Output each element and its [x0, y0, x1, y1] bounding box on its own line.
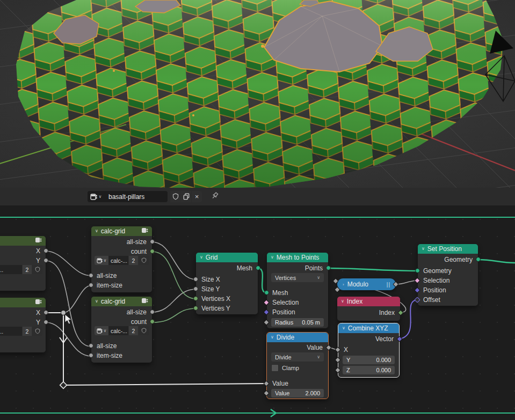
- output-socket-all-size[interactable]: [150, 239, 155, 244]
- users-count-button[interactable]: 2: [23, 327, 32, 336]
- output-socket-value[interactable]: [325, 344, 331, 350]
- output-socket-x[interactable]: [43, 310, 48, 315]
- node-index[interactable]: ∨ Index Index: [337, 297, 400, 321]
- input-socket-selection[interactable]: [414, 277, 420, 283]
- value-field[interactable]: Value2.000: [271, 389, 324, 397]
- unlink-button[interactable]: ×: [192, 191, 202, 202]
- 3d-viewport[interactable]: [0, 0, 515, 188]
- node-header[interactable]: ∨ Divide: [267, 333, 328, 342]
- fake-user-button[interactable]: [139, 256, 149, 265]
- input-socket-item-size[interactable]: [89, 353, 93, 358]
- node-mesh-to-points[interactable]: ∨ Mesh to Points Points Vertices ∨ Mesh …: [267, 253, 328, 328]
- input-socket-mesh[interactable]: [264, 290, 269, 295]
- node-divide[interactable]: ∨ Divide Value Divide ∨ Clamp Value Valu…: [267, 333, 328, 399]
- output-socket-x[interactable]: [43, 248, 48, 253]
- input-socket-z[interactable]: [335, 367, 340, 373]
- pin-button[interactable]: [211, 191, 219, 202]
- input-socket-position[interactable]: [263, 309, 269, 315]
- users-count-button[interactable]: 2: [129, 256, 138, 265]
- node-header[interactable]: ∨ Mesh to Points: [267, 253, 328, 262]
- group-name-field[interactable]: calc-...: [108, 326, 128, 335]
- fake-user-button[interactable]: [32, 327, 42, 336]
- node-combine-xyz[interactable]: ∨ Combine XYZ Vector X Y0.000 Z0.000: [338, 323, 399, 377]
- node-group-selector[interactable]: ∨: [95, 326, 108, 335]
- geometry-node-editor[interactable]: ∨ t-size X Y ∨ get-s... 2 netry ∨ t-size…: [0, 205, 515, 420]
- input-socket-size-y[interactable]: [193, 286, 198, 291]
- expand-icon[interactable]: ›: [343, 282, 344, 287]
- group-name-field[interactable]: get-s...: [0, 265, 22, 274]
- node-grid[interactable]: ∨ Grid Mesh Size X Size Y Vertices X Ver…: [196, 253, 258, 314]
- node-set-position[interactable]: ∨ Set Position Geometry Geometry Selecti…: [418, 244, 478, 306]
- socket-row: X: [338, 345, 399, 355]
- socket-row: count: [91, 247, 152, 256]
- input-socket-all-size[interactable]: [89, 273, 93, 278]
- node-get-size-1[interactable]: ∨ t-size X Y ∨ get-s... 2 netry: [0, 236, 46, 291]
- input-socket-size-x[interactable]: [193, 277, 198, 282]
- input-socket-vertices-y[interactable]: [193, 306, 198, 311]
- input-socket-x[interactable]: [335, 347, 340, 352]
- output-socket-y[interactable]: [43, 258, 48, 263]
- operation-dropdown[interactable]: Divide ∨: [271, 352, 324, 362]
- input-socket-radius[interactable]: [263, 319, 269, 325]
- node-get-size-2[interactable]: ∨ t-size X Y ∨ get-s... 2 netry: [0, 298, 46, 352]
- input-socket-value[interactable]: [263, 380, 269, 386]
- z-value-field[interactable]: Z0.000: [343, 366, 395, 374]
- socket-row: count: [91, 317, 152, 327]
- reroute-diamond[interactable]: [60, 382, 67, 389]
- y-value-field[interactable]: Y0.000: [343, 356, 395, 364]
- output-socket-points[interactable]: [326, 266, 331, 270]
- output-socket-all-size[interactable]: [150, 310, 155, 314]
- output-socket-vector[interactable]: [396, 336, 402, 342]
- collapse-icon[interactable]: ∨: [95, 226, 98, 236]
- group-name-field[interactable]: calc-...: [108, 256, 128, 265]
- output-socket-count[interactable]: [150, 319, 155, 324]
- node-header[interactable]: ∨ Combine XYZ: [338, 323, 399, 333]
- fake-user-button[interactable]: [139, 326, 149, 335]
- node-header[interactable]: ∨ calc-grid: [91, 297, 152, 306]
- collapse-icon[interactable]: ∨: [271, 253, 274, 262]
- fake-user-button[interactable]: [32, 265, 42, 274]
- node-calc-grid-1[interactable]: ∨ calc-grid all-size count ∨ calc-... 2 …: [91, 226, 152, 292]
- output-socket-geometry[interactable]: [476, 257, 481, 262]
- node-header[interactable]: ∨ t-size: [0, 236, 46, 246]
- collapse-icon[interactable]: ∨: [422, 244, 425, 254]
- users-count-button[interactable]: 2: [129, 326, 138, 335]
- input-socket-value-2[interactable]: [263, 390, 269, 396]
- output-socket-mesh[interactable]: [256, 266, 260, 270]
- node-header[interactable]: ∨ Index: [337, 297, 400, 306]
- node-group-selector[interactable]: ∨: [95, 256, 108, 265]
- input-socket-offset[interactable]: [414, 297, 420, 303]
- input-socket-selection[interactable]: [263, 299, 269, 305]
- node-tree-name-field[interactable]: basalt-pillars: [104, 191, 168, 202]
- input-socket-item-size[interactable]: [89, 283, 93, 288]
- collapse-icon[interactable]: ∨: [95, 297, 98, 306]
- node-header[interactable]: ∨ Set Position: [418, 244, 478, 254]
- collapse-icon[interactable]: ∨: [200, 253, 203, 262]
- output-socket-y[interactable]: [43, 320, 48, 325]
- node-modulo[interactable]: › Modulo ||: [337, 278, 396, 290]
- collapse-icon[interactable]: ∨: [342, 323, 345, 333]
- input-socket-vertices-x[interactable]: [193, 296, 198, 301]
- new-copy-button[interactable]: [181, 191, 191, 202]
- mode-dropdown[interactable]: Vertices ∨: [271, 273, 324, 282]
- input-socket-position[interactable]: [414, 287, 420, 293]
- node-calc-grid-2[interactable]: ∨ calc-grid all-size count ∨ calc-... 2 …: [91, 297, 152, 363]
- radius-field[interactable]: Radius 0.05 m: [271, 318, 324, 327]
- collapse-icon[interactable]: ∨: [271, 333, 274, 342]
- fake-user-button[interactable]: [170, 191, 180, 202]
- output-socket-count[interactable]: [150, 249, 155, 254]
- input-socket-all-size[interactable]: [89, 343, 93, 348]
- node-tree-type-button[interactable]: ∨: [88, 191, 104, 202]
- socket-row: Vertices Y: [196, 304, 258, 313]
- output-socket-index[interactable]: [397, 310, 403, 315]
- node-header[interactable]: ∨ Grid: [196, 253, 258, 262]
- input-socket-y[interactable]: [335, 357, 340, 363]
- collapse-icon[interactable]: ∨: [341, 297, 344, 306]
- clamp-checkbox[interactable]: [271, 364, 279, 372]
- node-header[interactable]: ∨ t-size: [0, 298, 46, 307]
- users-count-button[interactable]: 2: [23, 265, 32, 274]
- socket-row: Offset: [418, 295, 478, 305]
- group-name-field[interactable]: get-s...: [0, 327, 22, 336]
- input-socket-geometry[interactable]: [415, 268, 420, 273]
- node-header[interactable]: ∨ calc-grid: [91, 226, 152, 236]
